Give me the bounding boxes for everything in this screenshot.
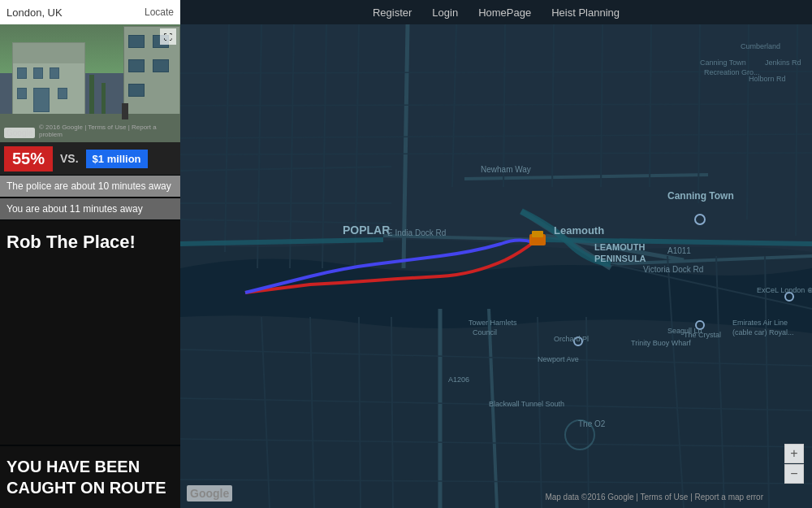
svg-text:Blackwall Tunnel South: Blackwall Tunnel South	[489, 400, 564, 408]
target-money: $1 million	[86, 150, 148, 168]
svg-text:The Crystal: The Crystal	[684, 331, 721, 339]
svg-text:Emirates Air Line: Emirates Air Line	[732, 319, 788, 327]
tree	[89, 75, 94, 119]
svg-text:Recreation Gro...: Recreation Gro...	[704, 68, 760, 76]
svg-text:PENINSULA: PENINSULA	[594, 254, 646, 263]
svg-text:(cable car) Royal...: (cable car) Royal...	[732, 328, 794, 336]
zoom-out-button[interactable]: −	[784, 464, 804, 484]
sv-copyright: © 2016 Google | Terms of Use | Report a …	[39, 124, 180, 138]
svg-text:Canning Town: Canning Town	[667, 190, 734, 202]
svg-text:A1206: A1206	[448, 376, 469, 384]
svg-text:Trinity Buoy Wharf: Trinity Buoy Wharf	[631, 339, 691, 347]
nav-register[interactable]: Register	[373, 7, 412, 19]
location-text: London, UK	[6, 7, 138, 19]
svg-text:Victoria Dock Rd: Victoria Dock Rd	[643, 265, 703, 274]
vs-label: VS.	[57, 152, 82, 165]
you-message: You are about 11 minutes away	[0, 198, 180, 219]
expand-button[interactable]: ⛶	[160, 28, 176, 45]
sidebar-spacer	[0, 264, 180, 445]
stats-row: 55% VS. $1 million	[0, 142, 180, 175]
caught-message: YOU HAVE BEEN CAUGHT ON ROUTE	[0, 446, 180, 508]
rob-button[interactable]: Rob The Place!	[0, 220, 180, 264]
svg-text:Newham Way: Newham Way	[481, 165, 531, 174]
person-silhouette	[122, 103, 128, 119]
svg-text:Cumberland: Cumberland	[741, 42, 780, 50]
street-view: Google © 2016 Google | Terms of Use | Re…	[0, 24, 180, 142]
svg-text:Canning Town: Canning Town	[700, 59, 746, 67]
sidebar: London, UK Locate	[0, 0, 180, 508]
svg-text:ExCeL London ⊕: ExCeL London ⊕	[757, 286, 812, 294]
svg-text:LEAMOUTH: LEAMOUTH	[594, 242, 645, 252]
police-message: The police are about 10 minutes away	[0, 176, 180, 197]
svg-text:A1011: A1011	[667, 246, 691, 255]
svg-text:Orchard Pl: Orchard Pl	[554, 335, 589, 343]
success-percent: 55%	[4, 146, 53, 172]
location-bar: London, UK Locate	[0, 0, 180, 24]
svg-text:Newport Ave: Newport Ave	[538, 355, 579, 363]
svg-text:Council: Council	[473, 328, 497, 336]
google-logo-bottom: Google	[187, 485, 232, 501]
svg-rect-46	[532, 231, 543, 237]
zoom-controls: + −	[784, 444, 804, 484]
svg-text:Jenkins Rd: Jenkins Rd	[765, 59, 801, 67]
svg-text:Tower Hamlets: Tower Hamlets	[469, 319, 517, 327]
top-nav: Register Login HomePage Heist Planning	[180, 0, 812, 24]
nav-homepage[interactable]: HomePage	[478, 7, 531, 19]
svg-text:Leamouth: Leamouth	[554, 224, 604, 237]
zoom-in-button[interactable]: +	[784, 444, 804, 463]
svg-text:POPLAR: POPLAR	[343, 224, 390, 237]
nav-heist-planning[interactable]: Heist Planning	[551, 7, 620, 19]
sv-google-logo: Google	[4, 128, 35, 138]
map-copyright: Map data ©2016 Google | Terms of Use | R…	[545, 493, 763, 501]
locate-button[interactable]: Locate	[145, 7, 174, 18]
svg-text:E India Dock Rd: E India Dock Rd	[387, 228, 446, 237]
nav-login[interactable]: Login	[432, 7, 458, 19]
building	[12, 42, 85, 119]
